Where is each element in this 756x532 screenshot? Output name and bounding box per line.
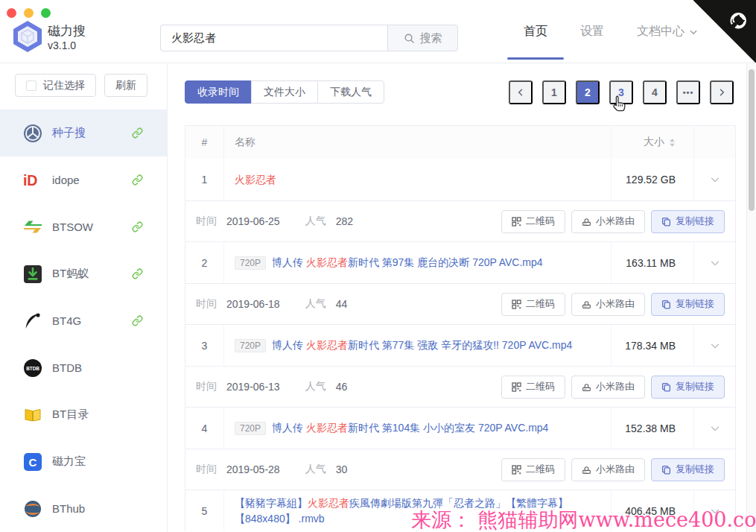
page-button[interactable]: 4	[643, 80, 667, 104]
row-index: 3	[185, 325, 224, 366]
table-header-row: # 名称 大小	[185, 126, 735, 159]
sidebar-engine-种子搜[interactable]: 种子搜	[0, 110, 167, 156]
qr-code-button[interactable]: 二维码	[501, 293, 565, 316]
engine-label: BTDB	[52, 361, 82, 374]
sidebar-engine-BT蚂蚁[interactable]: BT蚂蚁	[0, 250, 167, 297]
sidebar-engine-BT目录[interactable]: BT目录	[0, 391, 167, 438]
page-button[interactable]: 2	[576, 80, 600, 104]
nav-item[interactable]: 设置	[580, 0, 604, 63]
qr-icon	[512, 217, 521, 227]
close-window-button[interactable]	[7, 8, 16, 18]
nav-item-label: 首页	[524, 24, 547, 39]
qr-code-button[interactable]: 二维码	[501, 376, 565, 399]
qr-code-button[interactable]: 二维码	[501, 458, 565, 481]
xiaomi-router-button[interactable]: 小米路由	[571, 458, 645, 481]
sidebar-engine-idope[interactable]: iDidope	[0, 156, 167, 203]
sidebar-engine-BTDB[interactable]: BTDBBTDB	[0, 344, 167, 391]
sidebar-engine-BThub[interactable]: BThub	[0, 485, 167, 532]
resolution-tag: 720P	[235, 422, 266, 435]
sort-caret-icon[interactable]	[669, 138, 676, 148]
svg-text:BTDB: BTDB	[26, 365, 39, 370]
torrent-title-link[interactable]: 火影忍者	[235, 172, 276, 188]
row-title-cell: 720P博人传 火影忍者新时代 第104集 小小的室友 720P AVC.mp4	[224, 408, 612, 449]
btsow-icon	[22, 218, 43, 237]
scrollbar-thumb[interactable]	[749, 69, 755, 211]
nav-item[interactable]: 首页	[524, 0, 547, 63]
torrent-title-link[interactable]: 博人传 火影忍者新时代 第97集 鹿台的决断 720P AVC.mp4	[272, 255, 543, 270]
time-label: 时间	[196, 215, 217, 228]
keyword-highlight: 火影忍者	[306, 422, 348, 434]
xiaomi-router-button[interactable]: 小米路由	[571, 376, 645, 399]
sort-tab[interactable]: 下载人气	[317, 80, 384, 104]
time-label: 时间	[196, 380, 217, 393]
torrent-title-link[interactable]: 博人传 火影忍者新时代 第104集 小小的室友 720P AVC.mp4	[272, 420, 548, 436]
time-label: 时间	[196, 463, 217, 476]
page-ellipsis-button[interactable]: •••	[676, 80, 700, 104]
xiaomi-router-button[interactable]: 小米路由	[571, 293, 645, 316]
copy-link-button[interactable]: 复制链接	[651, 210, 725, 233]
popularity-value: 46	[336, 381, 348, 393]
torrent-title-link[interactable]: 博人传 火影忍者新时代 第77集 强敌 辛牙的猛攻!! 720P AVC.mp4	[272, 338, 572, 353]
link-icon	[132, 221, 143, 232]
expand-chevron-icon[interactable]	[694, 325, 735, 366]
next-page-button[interactable]	[710, 80, 734, 104]
copy-link-button[interactable]: 复制链接	[651, 376, 725, 399]
app-logo-icon	[11, 19, 44, 57]
copy-link-button[interactable]: 复制链接	[651, 293, 725, 316]
row-title-cell: 火影忍者	[224, 159, 612, 200]
copy-icon	[661, 465, 671, 475]
link-icon	[132, 315, 143, 326]
nav-item[interactable]: 文档中心	[637, 0, 698, 63]
resolution-tag: 720P	[235, 256, 266, 270]
copy-link-button-label: 复制链接	[676, 215, 714, 228]
minimize-window-button[interactable]	[24, 8, 34, 18]
popularity-label: 人气	[305, 297, 326, 311]
maximize-window-button[interactable]	[41, 8, 51, 18]
sort-tab[interactable]: 收录时间	[185, 80, 252, 104]
copy-link-button-label: 复制链接	[676, 297, 714, 311]
row-title-cell: 720P博人传 火影忍者新时代 第97集 鹿台的决断 720P AVC.mp4	[224, 242, 612, 283]
expand-chevron-icon[interactable]	[694, 242, 735, 283]
qr-code-button[interactable]: 二维码	[501, 210, 565, 233]
search-button[interactable]: 搜索	[387, 25, 458, 51]
keyword-highlight: 火影忍者	[235, 174, 276, 186]
time-value: 2019-05-28	[226, 463, 280, 475]
sidebar-engine-BTSOW[interactable]: BTSOW	[0, 203, 167, 250]
engine-sidebar: 记住选择 刷新 种子搜iDidopeBTSOWBT蚂蚁BT4GBTDBBTDBB…	[0, 64, 168, 532]
search-icon	[404, 33, 415, 44]
page-button[interactable]: 1	[542, 80, 566, 104]
expand-chevron-icon[interactable]	[694, 159, 735, 200]
router-icon	[582, 217, 591, 227]
router-icon	[582, 300, 591, 309]
sort-tab-group: 收录时间文件大小下载人气	[185, 80, 384, 104]
sidebar-engine-磁力宝[interactable]: C磁力宝	[0, 438, 167, 485]
row-detail: 时间2019-05-28人气30二维码小米路由复制链接	[185, 449, 735, 490]
search-input[interactable]	[160, 25, 387, 51]
github-corner[interactable]	[693, 0, 756, 63]
remember-selection-checkbox[interactable]	[26, 80, 36, 91]
expand-chevron-icon[interactable]	[694, 408, 735, 449]
scrollbar[interactable]	[746, 64, 756, 532]
refresh-button[interactable]: 刷新	[104, 74, 147, 97]
popularity-value: 30	[336, 463, 348, 475]
size-column-header[interactable]: 大小	[612, 126, 694, 159]
index-column-header: #	[185, 126, 224, 159]
page-button[interactable]: 3	[609, 80, 633, 104]
row-actions: 二维码小米路由复制链接	[501, 376, 725, 399]
nav-item-label: 设置	[580, 24, 604, 39]
top-nav: 首页设置文档中心	[524, 0, 698, 63]
row-detail: 时间2019-06-25人气282二维码小米路由复制链接	[185, 200, 735, 241]
xiaomi-router-button[interactable]: 小米路由	[571, 210, 645, 233]
name-column-header: 名称	[224, 126, 612, 159]
engine-label: BT目录	[52, 408, 89, 422]
prev-page-button[interactable]	[509, 80, 533, 104]
remember-selection-button[interactable]: 记住选择	[15, 74, 96, 97]
sort-tab[interactable]: 文件大小	[251, 80, 318, 104]
bthub-icon	[22, 499, 43, 519]
row-index: 2	[185, 242, 224, 283]
sidebar-engine-BT4G[interactable]: BT4G	[0, 297, 167, 344]
engine-label: 磁力宝	[52, 455, 86, 469]
watermark-text: 来源： 熊猫辅助网www.mece400.com	[411, 507, 756, 532]
copy-link-button[interactable]: 复制链接	[651, 458, 725, 481]
svg-text:C: C	[29, 455, 37, 468]
